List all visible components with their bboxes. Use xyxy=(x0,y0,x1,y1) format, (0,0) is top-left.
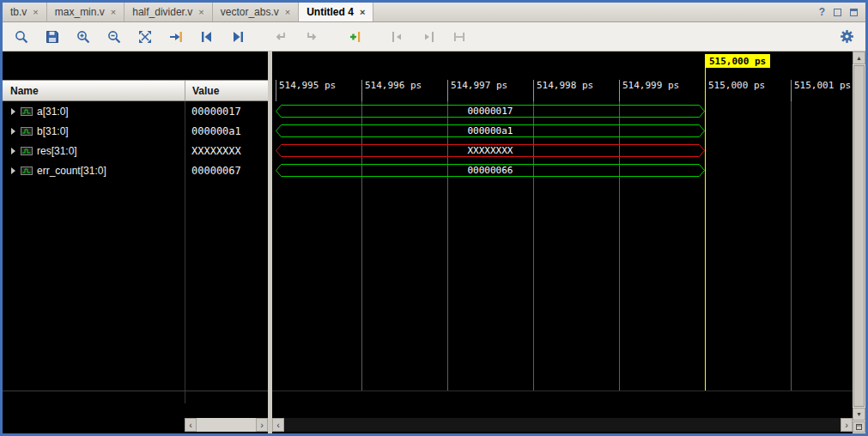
next-transition-icon xyxy=(230,29,246,45)
expand-chevron-icon[interactable] xyxy=(11,148,15,154)
add-marker-icon xyxy=(347,29,362,45)
close-icon[interactable]: × xyxy=(360,8,365,17)
scroll-down-button[interactable]: ▼ xyxy=(853,408,865,421)
tab-label: Untitled 4 xyxy=(307,6,354,18)
go-to-end-icon xyxy=(421,29,436,45)
tab-tb-v[interactable]: tb.v × xyxy=(3,3,47,21)
waveform-panel: 515,000 ps 514,995 ps 514,996 ps 514,997… xyxy=(272,51,853,433)
go-to-end-button xyxy=(420,28,437,45)
time-tick-label: 514,995 ps xyxy=(276,80,336,101)
value-column-header[interactable]: Value xyxy=(185,81,268,100)
window-controls: ? xyxy=(819,3,865,21)
close-icon[interactable]: × xyxy=(285,8,290,17)
signals-header-row: Name Value xyxy=(3,80,268,101)
zoom-out-button[interactable] xyxy=(106,28,123,45)
tab-max-min-v[interactable]: max_min.v × xyxy=(47,3,124,21)
previous-marker-button xyxy=(272,28,289,45)
signal-name-cell: res[31:0] xyxy=(3,141,185,160)
next-marker-button xyxy=(303,28,320,45)
scrollbar-thumb[interactable] xyxy=(853,65,865,407)
maximize-window-icon[interactable] xyxy=(850,9,858,16)
close-icon[interactable]: × xyxy=(198,8,203,17)
bus-signal-icon xyxy=(21,126,33,136)
signals-panel: Name Value a[31:0] 00000017 xyxy=(3,51,268,433)
close-icon[interactable]: × xyxy=(111,8,116,17)
settings-button[interactable] xyxy=(838,28,855,45)
tab-untitled-4[interactable]: Untitled 4 × xyxy=(299,3,373,21)
svg-text:XXXXXXXX: XXXXXXXX xyxy=(468,145,513,156)
signal-name: res[31:0] xyxy=(37,145,77,157)
time-tick-label: 515,001 ps xyxy=(791,80,851,101)
waveform-body-separator xyxy=(272,391,853,391)
settings-gear-icon xyxy=(840,29,854,44)
help-icon[interactable]: ? xyxy=(819,6,825,18)
signal-name: a[31:0] xyxy=(37,106,69,118)
float-window-icon[interactable] xyxy=(834,9,841,16)
waveform-toolbar xyxy=(3,22,865,51)
name-column-header[interactable]: Name xyxy=(3,85,185,97)
zoom-in-button[interactable] xyxy=(75,28,92,45)
scroll-right-button[interactable]: › xyxy=(256,418,268,432)
tab-vector-abs-v[interactable]: vector_abs.v × xyxy=(213,3,299,21)
save-waveform-button[interactable] xyxy=(44,28,61,45)
column-divider[interactable] xyxy=(185,101,185,403)
signal-name-cell: a[31:0] xyxy=(3,101,185,121)
signal-row-err-count[interactable]: err_count[31:0] 00000067 xyxy=(3,160,268,180)
signal-row-a[interactable]: a[31:0] 00000017 xyxy=(3,101,268,121)
signal-value: XXXXXXXX xyxy=(185,145,241,157)
scroll-left-button[interactable]: ‹ xyxy=(185,418,197,432)
signal-value: 00000067 xyxy=(185,165,241,177)
scrollbar-extra-button[interactable] xyxy=(853,421,865,433)
signal-name-cell: b[31:0] xyxy=(3,121,185,141)
svg-text:00000017: 00000017 xyxy=(468,106,513,117)
add-marker-button[interactable] xyxy=(346,28,363,45)
zoom-to-cursor-icon xyxy=(168,29,184,45)
time-tick-label: 514,996 ps xyxy=(361,80,422,101)
tab-label: max_min.v xyxy=(55,6,105,18)
time-tick-label: 515,000 ps xyxy=(705,80,765,101)
go-to-start-icon xyxy=(390,29,405,45)
waveform-horizontal-scrollbar[interactable]: ‹ › xyxy=(272,418,853,432)
find-button[interactable] xyxy=(13,28,30,45)
bus-signal-icon xyxy=(21,166,33,176)
panel-separator xyxy=(3,391,268,391)
go-to-start-button xyxy=(389,28,406,45)
expand-chevron-icon[interactable] xyxy=(11,108,15,115)
scroll-up-button[interactable]: ▲ xyxy=(853,51,865,64)
vivado-simulation-window: tb.v × max_min.v × half_divider.v × vect… xyxy=(0,0,868,436)
scroll-left-button[interactable]: ‹ xyxy=(272,418,284,432)
tab-label: tb.v xyxy=(10,6,27,18)
signal-name: err_count[31:0] xyxy=(37,165,106,177)
fit-between-cursors-button xyxy=(451,28,468,45)
tab-half-divider-v[interactable]: half_divider.v × xyxy=(124,3,212,21)
fit-between-cursors-icon xyxy=(452,29,467,45)
bus-signal-icon xyxy=(21,146,33,156)
waveform-canvas[interactable]: 00000017000000a1XXXXXXXX00000066 xyxy=(272,101,853,391)
zoom-out-icon xyxy=(106,29,122,45)
split-view-icon xyxy=(856,424,862,430)
vertical-scrollbar[interactable]: ▲ ▼ xyxy=(853,51,865,433)
time-ruler[interactable]: 514,995 ps 514,996 ps 514,997 ps 514,998… xyxy=(272,69,853,101)
next-transition-button[interactable] xyxy=(229,28,246,45)
expand-chevron-icon[interactable] xyxy=(11,128,15,135)
expand-chevron-icon[interactable] xyxy=(11,167,15,174)
signals-horizontal-scrollbar[interactable]: ‹ › xyxy=(185,418,268,432)
previous-transition-button[interactable] xyxy=(198,28,215,45)
svg-text:00000066: 00000066 xyxy=(468,165,513,176)
signal-row-b[interactable]: b[31:0] 000000a1 xyxy=(3,121,268,141)
close-icon[interactable]: × xyxy=(33,8,38,17)
time-tick-label: 514,998 ps xyxy=(533,80,593,101)
signal-row-res[interactable]: res[31:0] XXXXXXXX xyxy=(3,141,268,160)
find-icon xyxy=(14,29,29,45)
cursor-line[interactable] xyxy=(705,68,706,391)
cursor-time-badge[interactable]: 515,000 ps xyxy=(705,54,770,68)
zoom-to-cursor-button[interactable] xyxy=(167,28,185,45)
time-tick-label: 514,997 ps xyxy=(447,80,507,101)
scroll-right-button[interactable]: › xyxy=(841,418,853,432)
signal-value: 000000a1 xyxy=(185,125,241,137)
signal-rows: a[31:0] 00000017 b[31:0] 000000a1 xyxy=(3,101,268,180)
tab-label: half_divider.v xyxy=(132,6,192,18)
signal-value: 00000017 xyxy=(185,106,241,118)
next-marker-icon xyxy=(304,29,319,45)
zoom-fit-button[interactable] xyxy=(137,28,154,45)
